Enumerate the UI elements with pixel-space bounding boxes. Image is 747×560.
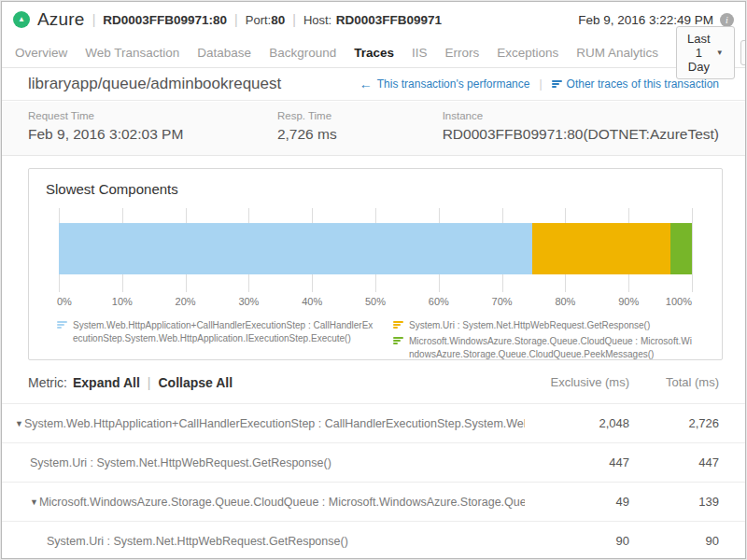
tick-label: 40% xyxy=(302,296,322,307)
app-health-icon: ▲ xyxy=(13,11,30,28)
current-timestamp: Feb 9, 2016 3:22:49 PM xyxy=(578,13,713,27)
legend-label: System.Web.HttpApplication+CallHandlerEx… xyxy=(73,319,376,345)
chart-title: Slowest Components xyxy=(29,169,722,197)
tick-label: 80% xyxy=(555,296,575,307)
table-row[interactable]: System.Uri : System.Net.HttpWebRequest.G… xyxy=(2,442,745,482)
total-ms-value: 2,726 xyxy=(629,416,719,430)
header-separator: | xyxy=(292,12,296,27)
trace-summary: Request Time Feb 9, 2016 3:02:03 PM Resp… xyxy=(2,102,745,156)
table-row[interactable]: ▼ System.Web.HttpApplication+CallHandler… xyxy=(2,403,745,442)
transaction-performance-label: This transaction's performance xyxy=(377,77,530,91)
column-header-total: Total (ms) xyxy=(629,375,719,389)
request-time-label: Request Time xyxy=(28,110,277,121)
host-label: Host: xyxy=(303,13,331,27)
page-title: libraryapp/queue/adminbookrequest xyxy=(28,75,281,93)
tab-overview[interactable]: Overview xyxy=(15,46,67,60)
metric-name: System.Web.HttpApplication+CallHandlerEx… xyxy=(24,417,525,430)
table-row[interactable]: ▼ Microsoft.WindowsAzure.Storage.Queue.C… xyxy=(2,482,745,521)
app-header: ▲ Azure | RD0003FFB09971:80 | Port:80 | … xyxy=(2,2,745,37)
tab-exceptions[interactable]: Exceptions xyxy=(497,46,558,60)
back-arrow-icon: ← xyxy=(359,77,373,91)
tick-label: 70% xyxy=(492,296,513,307)
transaction-title-row: libraryapp/queue/adminbookrequest ← This… xyxy=(2,68,745,101)
tab-database[interactable]: Database xyxy=(197,46,251,60)
other-traces-link[interactable]: Other traces of this transaction xyxy=(552,77,719,91)
tick-label: 30% xyxy=(238,296,259,307)
tick-label: 90% xyxy=(618,296,639,307)
x-axis-ticks: 0% 10% 20% 30% 40% 50% 60% 70% 80% 90% 1… xyxy=(59,296,692,310)
trace-metric-table: ▼ System.Web.HttpApplication+CallHandler… xyxy=(2,403,745,559)
tick-label: 60% xyxy=(429,296,449,307)
link-separator: | xyxy=(539,77,542,91)
tab-traces[interactable]: Traces xyxy=(354,46,394,60)
legend-label: System.Uri : System.Net.HttpWebRequest.G… xyxy=(409,319,650,332)
legend-bars-icon-yellow xyxy=(393,321,403,329)
instance-label: Instance xyxy=(443,110,719,121)
bar-segment-httpapplication[interactable] xyxy=(59,223,532,274)
port-value: 80 xyxy=(271,13,285,27)
exclusive-ms-value: 90 xyxy=(525,534,629,548)
info-icon[interactable]: i xyxy=(720,13,734,27)
header-separator: | xyxy=(234,12,238,27)
host-value: RD0003FFB09971 xyxy=(336,13,442,27)
menu-button[interactable]: ≡ xyxy=(740,40,746,65)
metric-name: Microsoft.WindowsAzure.Storage.Queue.Clo… xyxy=(39,496,525,509)
metric-name: System.Uri : System.Net.HttpWebRequest.G… xyxy=(30,456,331,469)
tick-label: 100% xyxy=(666,296,692,307)
tick-label: 50% xyxy=(365,296,386,307)
time-range-label: Last 1 Day xyxy=(687,32,711,74)
tab-rum-analytics[interactable]: RUM Analytics xyxy=(576,46,658,60)
transaction-performance-link[interactable]: ← This transaction's performance xyxy=(359,77,530,91)
metric-table-header: Metric: Expand All | Collapse All Exclus… xyxy=(2,361,745,403)
collapse-caret-icon[interactable]: ▼ xyxy=(30,497,38,507)
collapse-caret-icon[interactable]: ▼ xyxy=(15,419,23,428)
stacked-bar-chart xyxy=(59,199,692,292)
bar-segment-getresponse[interactable] xyxy=(532,223,670,274)
tick-label: 10% xyxy=(112,296,133,307)
table-row[interactable]: System.Uri : System.Net.HttpWebRequest.G… xyxy=(2,521,745,559)
instance-field: Instance RD0003FFB09971:80(DOTNET:AzureT… xyxy=(443,110,719,155)
instance-name: RD0003FFB09971:80 xyxy=(103,13,227,27)
exclusive-ms-value: 49 xyxy=(525,495,629,509)
total-ms-value: 139 xyxy=(629,495,719,509)
chart-legend: System.Web.HttpApplication+CallHandlerEx… xyxy=(57,319,694,364)
legend-label: Microsoft.WindowsAzure.Storage.Queue.Clo… xyxy=(409,335,694,361)
header-separator: | xyxy=(92,12,96,27)
resp-time-value: 2,726 ms xyxy=(277,126,443,143)
trace-list-icon xyxy=(552,80,562,88)
port-label: Port: xyxy=(246,13,271,27)
resp-time-label: Resp. Time xyxy=(277,110,443,121)
expand-all-button[interactable]: Expand All xyxy=(73,375,140,390)
chevron-down-icon: ▼ xyxy=(716,49,724,57)
app-window: ▲ Azure | RD0003FFB09971:80 | Port:80 | … xyxy=(1,1,746,559)
tab-background[interactable]: Background xyxy=(269,46,336,60)
resp-time-field: Resp. Time 2,726 ms xyxy=(277,110,443,155)
request-time-value: Feb 9, 2016 3:02:03 PM xyxy=(28,126,277,143)
bar-segment-cloudqueue[interactable] xyxy=(670,223,692,274)
exclusive-ms-value: 2,048 xyxy=(525,416,629,430)
tick-label: 0% xyxy=(57,296,72,307)
tab-iis[interactable]: IIS xyxy=(412,46,428,60)
metric-name: System.Uri : System.Net.HttpWebRequest.G… xyxy=(47,535,348,548)
collapse-all-button[interactable]: Collapse All xyxy=(158,375,233,390)
slowest-components-card: Slowest Components 0% 10% 20% 30% 40% 50… xyxy=(28,168,723,360)
metric-label: Metric: xyxy=(28,375,67,390)
exclusive-ms-value: 447 xyxy=(525,455,629,469)
column-header-exclusive: Exclusive (ms) xyxy=(525,375,629,389)
legend-item-cloudqueue: Microsoft.WindowsAzure.Storage.Queue.Clo… xyxy=(393,335,694,361)
instance-value: RD0003FFB09971:80(DOTNET:AzureTest) xyxy=(443,126,719,143)
tick-label: 20% xyxy=(176,296,196,307)
tab-web-transaction[interactable]: Web Transaction xyxy=(85,46,179,60)
total-ms-value: 90 xyxy=(629,534,719,548)
tab-errors[interactable]: Errors xyxy=(445,46,480,60)
metric-divider: | xyxy=(148,375,151,390)
total-ms-value: 447 xyxy=(629,455,719,469)
legend-item-getresponse: System.Uri : System.Net.HttpWebRequest.G… xyxy=(393,319,694,332)
legend-bars-icon-green xyxy=(393,337,403,344)
component-time-bar xyxy=(59,223,692,274)
nav-tabs: Overview Web Transaction Database Backgr… xyxy=(2,37,745,68)
legend-bars-icon-blue xyxy=(57,321,67,329)
app-name[interactable]: Azure xyxy=(37,9,85,30)
legend-item-httpapplication: System.Web.HttpApplication+CallHandlerEx… xyxy=(57,319,376,345)
other-traces-label: Other traces of this transaction xyxy=(567,77,719,91)
